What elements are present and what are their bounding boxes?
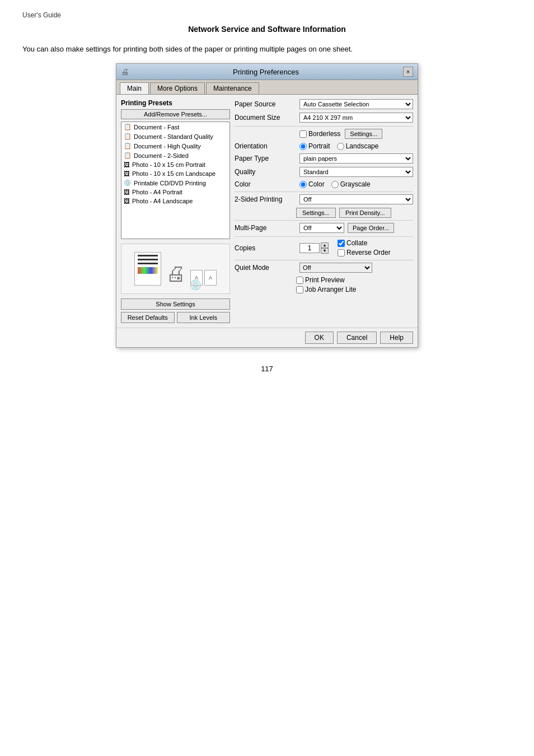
printer-preview-icon: 🖨 bbox=[166, 262, 186, 286]
preset-label: Document - 2-Sided bbox=[134, 152, 189, 159]
show-settings-button[interactable]: Show Settings bbox=[121, 298, 230, 310]
right-panel: Paper Source Auto Cassette Selection Doc… bbox=[235, 99, 413, 323]
reverse-order-text: Reverse Order bbox=[346, 249, 391, 256]
job-arranger-checkbox[interactable] bbox=[296, 286, 303, 293]
collate-text: Collate bbox=[346, 239, 367, 247]
tab-main[interactable]: Main bbox=[120, 82, 149, 94]
landscape-text: Landscape bbox=[346, 142, 379, 150]
quality-label: Quality bbox=[235, 168, 296, 176]
document-fast-icon: 📋 bbox=[124, 123, 132, 130]
preset-list: 📋 Document - Fast 📋 Document - Standard … bbox=[121, 122, 230, 239]
cd-overlay-icon: 💿 bbox=[189, 279, 202, 291]
borderless-checkbox[interactable] bbox=[299, 130, 307, 138]
dialog-footer: OK Cancel Help bbox=[116, 328, 418, 347]
grayscale-text: Grayscale bbox=[340, 180, 371, 188]
portrait-radio[interactable] bbox=[299, 143, 307, 150]
collate-checkbox-label[interactable]: Collate bbox=[338, 239, 391, 247]
document-high-icon: 📋 bbox=[124, 142, 132, 150]
cd-dvd-icon: 💿 bbox=[124, 179, 132, 186]
cancel-button[interactable]: Cancel bbox=[337, 332, 377, 344]
grayscale-radio[interactable] bbox=[331, 181, 339, 188]
preset-label: Photo - 10 x 15 cm Portrait bbox=[132, 161, 205, 168]
photo-a4-portrait-icon: 🖼 bbox=[124, 189, 130, 195]
print-preview-checkbox[interactable] bbox=[296, 277, 303, 284]
job-arranger-checkbox-label[interactable]: Job Arranger Lite bbox=[296, 286, 413, 293]
paper-source-label: Paper Source bbox=[235, 100, 296, 108]
landscape-radio-label[interactable]: Landscape bbox=[337, 142, 379, 150]
preset-label: Photo - A4 Landscape bbox=[132, 198, 193, 204]
document-size-label: Document Size bbox=[235, 114, 296, 122]
list-item[interactable]: 📋 Document - High Quality bbox=[121, 141, 229, 151]
multi-page-select[interactable]: Off bbox=[299, 223, 344, 233]
list-item[interactable]: 💿 Printable CD/DVD Printing bbox=[121, 178, 229, 188]
two-sided-select[interactable]: Off bbox=[299, 194, 413, 204]
page-heading: Network Service and Software Information bbox=[22, 25, 512, 34]
print-preview-text: Print Preview bbox=[305, 276, 345, 284]
reset-defaults-button[interactable]: Reset Defaults bbox=[121, 312, 175, 323]
help-button[interactable]: Help bbox=[380, 332, 413, 344]
preset-label: Document - Standard Quality bbox=[134, 133, 213, 140]
photo-a4-landscape-icon: 🖼 bbox=[124, 198, 130, 204]
quality-select[interactable]: Standard bbox=[299, 167, 413, 177]
copies-label: Copies bbox=[235, 244, 296, 252]
list-item[interactable]: 🖼 Photo - A4 Landscape bbox=[121, 197, 229, 206]
add-remove-presets-button[interactable]: Add/Remove Presets... bbox=[121, 109, 230, 119]
quiet-mode-select[interactable]: Off bbox=[299, 263, 372, 273]
copies-down-button[interactable]: ▼ bbox=[321, 248, 329, 254]
reverse-order-checkbox[interactable] bbox=[338, 249, 345, 256]
tab-more-options[interactable]: More Options bbox=[150, 82, 205, 94]
ink-levels-button[interactable]: Ink Levels bbox=[177, 312, 231, 323]
print-preview-checkbox-label[interactable]: Print Preview bbox=[296, 276, 413, 284]
list-item[interactable]: 📋 Document - Fast bbox=[121, 122, 229, 132]
multi-page-label: Multi-Page bbox=[235, 224, 296, 232]
color-radio-label[interactable]: Color bbox=[299, 180, 325, 188]
page-order-button[interactable]: Page Order... bbox=[348, 223, 394, 233]
paper-type-select[interactable]: plain papers bbox=[299, 153, 413, 164]
list-item[interactable]: 🖼 Photo - 10 x 15 cm Portrait bbox=[121, 160, 229, 169]
dialog-body: Printing Presets Add/Remove Presets... 📋… bbox=[116, 95, 418, 328]
page-number: 117 bbox=[22, 365, 512, 373]
color-text: Color bbox=[308, 180, 325, 188]
list-item[interactable]: 📋 Document - 2-Sided bbox=[121, 151, 229, 160]
collate-checkbox[interactable] bbox=[338, 240, 345, 247]
list-item[interactable]: 🖼 Photo - 10 x 15 cm Landscape bbox=[121, 169, 229, 178]
intro-text: You can also make settings for printing … bbox=[22, 45, 512, 53]
dialog-tabs: Main More Options Maintenance bbox=[116, 80, 418, 95]
document-2sided-icon: 📋 bbox=[124, 152, 132, 159]
printing-presets-label: Printing Presets bbox=[121, 99, 230, 107]
borderless-text: Borderless bbox=[308, 130, 340, 138]
list-item[interactable]: 📋 Document - Standard Quality bbox=[121, 132, 229, 141]
portrait-text: Portrait bbox=[308, 142, 330, 150]
tab-maintenance[interactable]: Maintenance bbox=[206, 82, 259, 94]
dialog-titlebar: 🖨 Printing Preferences × bbox=[116, 64, 418, 80]
dialog-title-text: Printing Preferences bbox=[129, 68, 403, 76]
landscape-radio[interactable] bbox=[337, 143, 344, 150]
preset-label: Printable CD/DVD Printing bbox=[134, 180, 206, 186]
preset-label: Document - Fast bbox=[134, 124, 179, 130]
print-density-button[interactable]: Print Density... bbox=[339, 208, 391, 218]
preset-label: Photo - A4 Portrait bbox=[132, 189, 182, 195]
document-standard-icon: 📋 bbox=[124, 133, 132, 140]
copies-input[interactable] bbox=[299, 243, 320, 253]
color-label: Color bbox=[235, 180, 296, 188]
two-sided-label: 2-Sided Printing bbox=[235, 195, 296, 203]
dialog-close-button[interactable]: × bbox=[403, 67, 413, 77]
list-item[interactable]: 🖼 Photo - A4 Portrait bbox=[121, 188, 229, 197]
two-sided-settings-button[interactable]: Settings... bbox=[296, 208, 336, 218]
printing-preferences-dialog: 🖨 Printing Preferences × Main More Optio… bbox=[116, 63, 418, 348]
document-size-select[interactable]: A4 210 X 297 mm bbox=[299, 113, 413, 123]
reverse-order-checkbox-label[interactable]: Reverse Order bbox=[338, 249, 391, 256]
users-guide-label: User's Guide bbox=[22, 11, 512, 19]
paper-type-label: Paper Type bbox=[235, 155, 296, 162]
photo-landscape-icon: 🖼 bbox=[124, 170, 130, 177]
copies-up-button[interactable]: ▲ bbox=[321, 242, 329, 248]
borderless-settings-button[interactable]: Settings... bbox=[345, 129, 382, 139]
ok-button[interactable]: OK bbox=[305, 332, 334, 344]
paper-source-select[interactable]: Auto Cassette Selection bbox=[299, 99, 413, 109]
dialog-title-icon: 🖨 bbox=[121, 67, 129, 76]
portrait-radio-label[interactable]: Portrait bbox=[299, 142, 330, 150]
borderless-checkbox-label[interactable]: Borderless bbox=[299, 130, 340, 138]
quiet-mode-label: Quiet Mode bbox=[235, 264, 296, 272]
grayscale-radio-label[interactable]: Grayscale bbox=[331, 180, 371, 188]
color-radio[interactable] bbox=[299, 181, 307, 188]
